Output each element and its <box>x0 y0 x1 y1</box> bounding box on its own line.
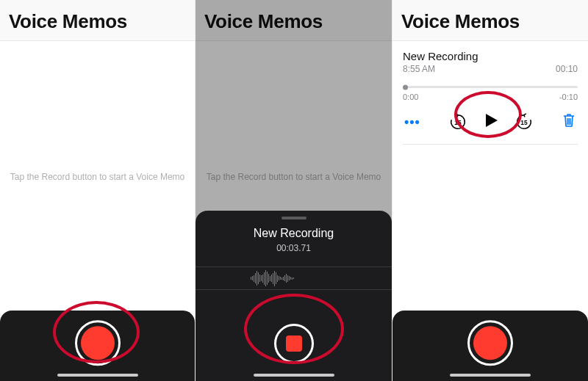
record-button[interactable] <box>467 320 513 366</box>
recording-time-label: 8:55 AM <box>403 64 435 74</box>
record-ring-icon <box>75 320 121 366</box>
elapsed-time: 00:03.71 <box>196 243 392 253</box>
play-icon <box>482 112 500 129</box>
empty-hint: Tap the Record button to start a Voice M… <box>0 172 195 182</box>
svg-text:15: 15 <box>520 119 528 126</box>
recording-sheet[interactable]: New Recording 00:03.71 <box>196 211 392 381</box>
page-title: Voice Memos <box>401 10 579 33</box>
header: Voice Memos <box>392 0 588 41</box>
skip-back-icon: 15 <box>448 112 467 131</box>
skip-back-button[interactable]: 15 <box>448 112 467 131</box>
play-button[interactable] <box>482 112 500 132</box>
svg-text:15: 15 <box>454 119 462 126</box>
record-bar <box>392 311 588 381</box>
trash-icon <box>562 112 576 128</box>
waveform[interactable] <box>196 266 392 290</box>
page-title: Voice Memos <box>9 10 186 33</box>
home-indicator <box>450 374 531 377</box>
header: Voice Memos <box>0 0 195 41</box>
record-bar <box>0 311 195 381</box>
recording-name: New Recording <box>196 227 392 240</box>
delete-button[interactable] <box>562 112 576 131</box>
recording-item[interactable]: New Recording 8:55 AM 00:10 0:00 -0:10 •… <box>392 41 588 145</box>
record-dot-icon <box>473 326 507 360</box>
sheet-grabber[interactable] <box>282 217 306 219</box>
more-button[interactable]: ••• <box>404 115 420 130</box>
screen-playback: Voice Memos New Recording 8:55 AM 00:10 … <box>392 0 588 381</box>
stop-square-icon <box>286 335 302 352</box>
stop-button[interactable] <box>274 324 314 363</box>
scrubber-thumb[interactable] <box>403 84 408 90</box>
home-indicator <box>254 374 334 377</box>
waveform-bars-icon <box>206 270 294 286</box>
record-button[interactable] <box>75 320 121 366</box>
screen-idle: Voice Memos Tap the Record button to sta… <box>0 0 196 381</box>
stop-ring-icon <box>274 324 314 363</box>
home-indicator <box>57 374 138 377</box>
record-ring-icon <box>467 320 513 366</box>
divider <box>403 144 578 145</box>
record-dot-icon <box>81 326 115 360</box>
skip-forward-icon: 15 <box>514 112 534 131</box>
screen-recording: Voice Memos Tap the Record button to sta… <box>196 0 392 381</box>
recording-name: New Recording <box>403 50 578 62</box>
playback-remaining: -0:10 <box>559 92 578 101</box>
playback-position: 0:00 <box>403 92 418 101</box>
recording-duration: 00:10 <box>556 64 578 74</box>
skip-forward-button[interactable]: 15 <box>514 112 534 131</box>
scrubber[interactable] <box>403 86 578 88</box>
